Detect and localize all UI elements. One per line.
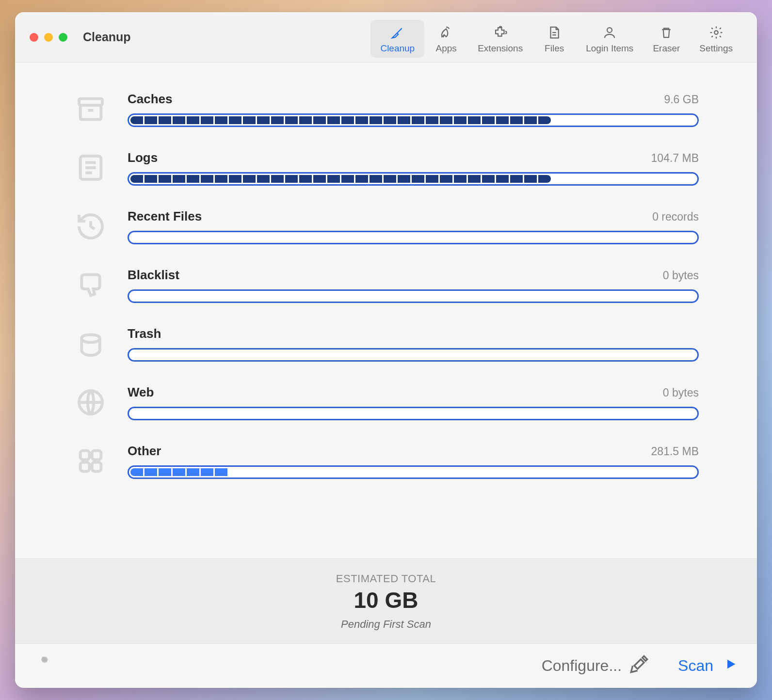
category-row[interactable]: Logs104.7 MB	[73, 150, 699, 186]
progress-bar	[128, 348, 699, 362]
svg-rect-6	[80, 451, 90, 460]
progress-bar	[128, 113, 699, 127]
svg-rect-3	[80, 105, 101, 119]
summary-total: 10 GB	[15, 587, 757, 613]
category-value: 104.7 MB	[651, 152, 699, 165]
tab-eraser[interactable]: Eraser	[643, 20, 690, 58]
tab-extensions[interactable]: Extensions	[468, 20, 532, 58]
category-row[interactable]: Web0 bytes	[73, 385, 699, 420]
toolbar-tabs: Cleanup Apps Extensions Files	[370, 17, 742, 58]
tab-apps[interactable]: Apps	[424, 20, 468, 58]
svg-rect-9	[92, 462, 101, 472]
tab-label: Settings	[699, 43, 733, 54]
footer: Configure... Scan	[15, 643, 757, 688]
trash-icon	[659, 25, 674, 40]
category-title: Blacklist	[128, 268, 179, 283]
list-icon	[73, 150, 108, 185]
svg-rect-7	[92, 451, 101, 460]
category-row[interactable]: Caches9.6 GB	[73, 92, 699, 127]
minimize-button[interactable]	[44, 33, 53, 42]
tab-settings[interactable]: Settings	[690, 20, 742, 58]
progress-bar	[128, 465, 699, 479]
category-value: 281.5 MB	[651, 445, 699, 458]
tab-label: Files	[545, 43, 564, 54]
tools-icon	[629, 654, 649, 678]
category-value: 9.6 GB	[664, 93, 699, 106]
progress-bar	[128, 172, 699, 186]
play-icon	[724, 657, 738, 675]
tab-files[interactable]: Files	[532, 20, 576, 58]
file-icon	[547, 25, 562, 40]
category-row[interactable]: Other281.5 MB	[73, 444, 699, 479]
summary-status: Pending First Scan	[15, 618, 757, 631]
grid-icon	[73, 444, 108, 478]
thumbs-down-icon	[73, 268, 108, 302]
archive-icon	[73, 92, 108, 127]
progress-bar	[128, 289, 699, 303]
gear-icon	[708, 25, 724, 40]
summary-label: ESTIMATED TOTAL	[15, 573, 757, 585]
svg-rect-8	[80, 462, 90, 472]
tab-label: Cleanup	[380, 43, 415, 54]
trashcan-icon	[73, 326, 108, 361]
category-value: 0 bytes	[663, 269, 699, 282]
maximize-button[interactable]	[59, 33, 67, 42]
category-value: 0 records	[652, 210, 699, 223]
traffic-lights	[30, 33, 67, 42]
app-window: Cleanup Cleanup Apps Extensions	[15, 12, 757, 688]
window-title: Cleanup	[83, 30, 131, 44]
tab-login-items[interactable]: Login Items	[576, 20, 643, 58]
progress-bar	[128, 231, 699, 244]
broom-icon	[390, 25, 405, 40]
rocket-icon	[438, 25, 454, 40]
category-title: Other	[128, 444, 161, 459]
category-title: Web	[128, 385, 154, 400]
category-value: 0 bytes	[663, 386, 699, 399]
tab-label: Login Items	[586, 43, 633, 54]
history-icon	[73, 209, 108, 244]
tab-label: Extensions	[478, 43, 523, 54]
svg-point-0	[607, 28, 612, 32]
category-title: Logs	[128, 150, 158, 165]
titlebar: Cleanup Cleanup Apps Extensions	[15, 12, 757, 63]
scan-button[interactable]: Scan	[678, 657, 738, 675]
user-icon	[602, 25, 617, 40]
progress-bar	[128, 407, 699, 420]
puzzle-icon	[493, 25, 508, 40]
category-row[interactable]: Recent Files0 records	[73, 209, 699, 244]
category-title: Caches	[128, 92, 173, 107]
scan-label: Scan	[678, 657, 713, 675]
tab-label: Eraser	[653, 43, 680, 54]
tab-label: Apps	[436, 43, 457, 54]
configure-label: Configure...	[542, 657, 622, 675]
category-title: Trash	[128, 326, 161, 341]
category-title: Recent Files	[128, 209, 202, 224]
close-button[interactable]	[30, 33, 38, 42]
category-row[interactable]: Blacklist0 bytes	[73, 268, 699, 303]
globe-icon	[73, 385, 108, 420]
configure-button[interactable]: Configure...	[542, 654, 649, 678]
summary-panel: ESTIMATED TOTAL 10 GB Pending First Scan	[15, 558, 757, 643]
spinner-icon	[34, 656, 55, 676]
svg-point-1	[714, 31, 718, 34]
tab-cleanup[interactable]: Cleanup	[370, 20, 424, 58]
category-row[interactable]: Trash	[73, 326, 699, 362]
content-area: Caches9.6 GBLogs104.7 MBRecent Files0 re…	[15, 63, 757, 558]
